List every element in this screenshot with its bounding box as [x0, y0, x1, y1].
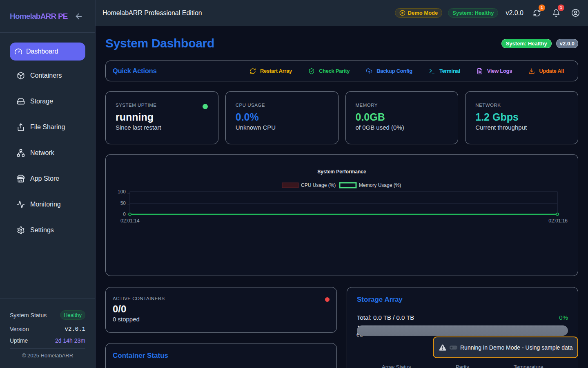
svg-text:50: 50 — [120, 200, 126, 206]
svg-text:02:01:14: 02:01:14 — [120, 218, 140, 224]
svg-text:0: 0 — [123, 211, 126, 217]
svg-text:02:01:16: 02:01:16 — [548, 218, 568, 224]
svg-text:100: 100 — [118, 189, 126, 195]
svg-text:System Performance: System Performance — [317, 169, 366, 175]
svg-text:Memory Usage (%): Memory Usage (%) — [359, 182, 401, 188]
svg-text:CPU Usage (%): CPU Usage (%) — [301, 182, 336, 188]
